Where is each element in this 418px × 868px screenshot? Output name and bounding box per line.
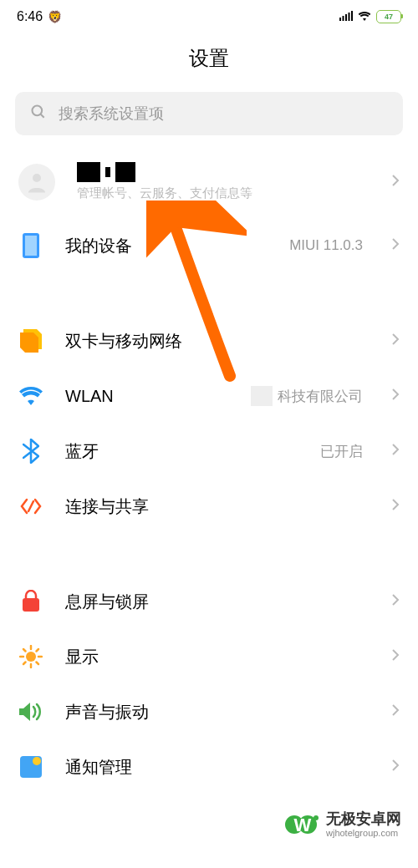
svg-line-10	[28, 501, 33, 511]
search-bar[interactable]: 搜索系统设置项	[15, 92, 403, 135]
chevron-right-icon	[391, 498, 400, 515]
svg-rect-9	[25, 236, 37, 256]
sim-title: 双卡与移动网络	[65, 330, 363, 353]
svg-line-20	[37, 649, 39, 652]
svg-rect-1	[343, 16, 344, 21]
wlan-censor	[251, 386, 273, 406]
svg-line-6	[41, 114, 44, 118]
svg-rect-0	[339, 18, 341, 21]
wifi-status-icon	[358, 9, 371, 24]
svg-line-17	[23, 649, 26, 652]
bluetooth-icon	[18, 439, 43, 464]
lock-icon	[18, 589, 43, 614]
battery-icon: 47	[376, 10, 401, 23]
bluetooth-title: 蓝牙	[65, 440, 298, 463]
wlan-value: 科技有限公司	[278, 387, 363, 406]
share-icon	[18, 494, 43, 519]
connection-title: 连接与共享	[65, 495, 363, 518]
account-item[interactable]: 管理帐号、云服务、支付信息等	[0, 154, 418, 218]
page-title: 设置	[0, 30, 418, 92]
device-icon	[18, 233, 43, 258]
chevron-right-icon	[391, 703, 400, 720]
chevron-right-icon	[391, 237, 400, 254]
watermark-logo-icon: W	[284, 806, 321, 843]
status-right: 47	[339, 9, 401, 24]
sim-item[interactable]: 双卡与移动网络	[0, 313, 418, 368]
wifi-icon	[18, 383, 43, 409]
svg-point-12	[26, 652, 36, 662]
connection-item[interactable]: 连接与共享	[0, 479, 418, 534]
svg-line-19	[23, 662, 26, 665]
watermark: W 无极安卓网 wjhotelgroup.com	[284, 806, 401, 843]
svg-rect-3	[349, 13, 350, 21]
svg-point-22	[33, 757, 41, 765]
sim-icon	[18, 328, 43, 353]
svg-rect-2	[345, 14, 347, 21]
chevron-right-icon	[391, 593, 400, 610]
notifications-title: 通知管理	[65, 756, 363, 779]
chevron-right-icon	[391, 388, 400, 404]
sound-title: 声音与振动	[65, 701, 363, 723]
bluetooth-value: 已开启	[320, 442, 363, 461]
svg-point-26	[314, 815, 319, 820]
account-name	[77, 162, 363, 182]
status-time: 6:46	[17, 9, 43, 24]
signal-icon	[339, 11, 353, 23]
chevron-right-icon	[391, 443, 400, 459]
svg-line-18	[37, 662, 39, 665]
watermark-title: 无极安卓网	[326, 810, 401, 829]
display-title: 显示	[65, 646, 363, 668]
svg-text:W: W	[294, 815, 312, 835]
avatar-icon	[18, 164, 55, 201]
status-left: 6:46 🦁	[17, 9, 62, 24]
chevron-right-icon	[391, 174, 400, 190]
wlan-item[interactable]: WLAN 科技有限公司	[0, 368, 418, 424]
chevron-right-icon	[391, 759, 400, 775]
svg-point-7	[33, 174, 41, 182]
display-item[interactable]: 显示	[0, 629, 418, 684]
notification-icon	[18, 754, 43, 779]
search-placeholder: 搜索系统设置项	[59, 104, 164, 124]
status-bar: 6:46 🦁 47	[0, 0, 418, 30]
device-title: 我的设备	[65, 235, 268, 257]
watermark-url: wjhotelgroup.com	[326, 828, 401, 839]
sound-icon	[18, 699, 43, 724]
account-subtitle: 管理帐号、云服务、支付信息等	[77, 185, 363, 201]
notifications-item[interactable]: 通知管理	[0, 739, 418, 786]
chevron-right-icon	[391, 648, 400, 665]
battery-level: 47	[385, 13, 393, 21]
lockscreen-title: 息屏与锁屏	[65, 591, 363, 613]
svg-rect-4	[351, 11, 353, 21]
bluetooth-item[interactable]: 蓝牙 已开启	[0, 424, 418, 479]
device-value: MIUI 11.0.3	[289, 237, 363, 254]
brightness-icon	[18, 644, 43, 669]
wlan-title: WLAN	[65, 387, 229, 406]
svg-rect-11	[23, 598, 39, 612]
status-app-icon: 🦁	[48, 10, 62, 23]
search-icon	[30, 104, 47, 124]
svg-point-5	[33, 106, 43, 116]
my-device-item[interactable]: 我的设备 MIUI 11.0.3	[0, 218, 418, 273]
lockscreen-item[interactable]: 息屏与锁屏	[0, 574, 418, 629]
sound-item[interactable]: 声音与振动	[0, 684, 418, 739]
chevron-right-icon	[391, 332, 400, 349]
